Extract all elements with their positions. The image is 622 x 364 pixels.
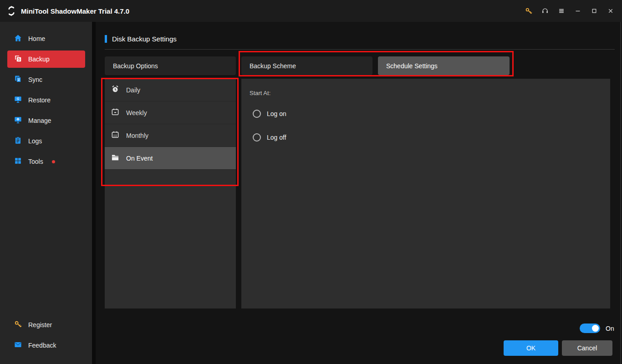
sidebar-footer: Register Feedback	[0, 316, 92, 357]
sidebar-item-register[interactable]: Register	[7, 316, 85, 334]
sidebar-item-feedback[interactable]: Feedback	[7, 337, 85, 354]
tab-backup-options[interactable]: Backup Options	[105, 56, 236, 75]
radio-circle-icon[interactable]	[253, 110, 261, 118]
titlebar: MiniTool ShadowMaker Trial 4.7.0	[0, 0, 622, 22]
sidebar: Home Backup	[0, 22, 92, 364]
sidebar-item-label: Feedback	[28, 342, 56, 349]
sidebar-nav: Home Backup	[0, 22, 92, 170]
calendar-week-icon	[111, 107, 120, 118]
sidebar-item-sync[interactable]: Sync	[7, 71, 85, 88]
ok-button-label: OK	[526, 344, 535, 352]
logs-icon	[14, 136, 22, 146]
main-content: Disk Backup Settings Backup Options Back…	[96, 22, 622, 364]
sidebar-item-home[interactable]: Home	[7, 30, 85, 47]
page-header: Disk Backup Settings	[105, 35, 177, 43]
minimize-button[interactable]	[571, 4, 585, 18]
schedule-type-weekly[interactable]: Weekly	[105, 101, 236, 124]
schedule-type-list: Daily Weekly	[105, 79, 236, 308]
calendar-month-icon	[111, 130, 120, 141]
sidebar-item-label: Sync	[28, 76, 42, 83]
sidebar-item-backup[interactable]: Backup	[7, 51, 85, 68]
radio-label: Log off	[267, 134, 286, 141]
app-logo-icon	[5, 5, 17, 17]
schedule-type-label: Weekly	[126, 109, 147, 116]
sidebar-item-label: Home	[28, 35, 45, 42]
sidebar-item-label: Logs	[28, 137, 42, 145]
radio-log-on[interactable]: Log on	[253, 110, 286, 118]
sidebar-item-label: Register	[28, 321, 52, 329]
tab-backup-scheme[interactable]: Backup Scheme	[241, 56, 372, 75]
schedule-type-label: Daily	[126, 86, 140, 94]
menu-icon[interactable]	[555, 4, 568, 18]
start-at-label: Start At:	[250, 90, 270, 96]
schedule-type-label: Monthly	[126, 132, 148, 139]
sidebar-item-label: Tools	[28, 158, 43, 165]
cancel-button-label: Cancel	[577, 344, 597, 352]
window-title: MiniTool ShadowMaker Trial 4.7.0	[21, 7, 129, 15]
folder-icon	[111, 153, 120, 163]
radio-label: Log on	[267, 110, 286, 117]
sidebar-item-manage[interactable]: Manage	[7, 112, 85, 129]
tab-label: Backup Scheme	[250, 62, 296, 70]
radio-circle-icon[interactable]	[253, 133, 261, 142]
backup-icon	[14, 54, 22, 64]
scrollbar-track[interactable]	[620, 22, 621, 364]
cancel-button[interactable]: Cancel	[562, 340, 612, 356]
tab-label: Backup Options	[113, 62, 158, 70]
sidebar-item-tools[interactable]: Tools	[7, 153, 85, 170]
alarm-clock-icon	[111, 85, 120, 95]
sidebar-divider	[92, 22, 96, 364]
schedule-type-label: On Event	[126, 155, 153, 162]
title-accent-bar	[105, 35, 107, 43]
license-key-icon[interactable]	[522, 4, 535, 18]
toggle-state-label: On	[606, 325, 614, 332]
close-button[interactable]	[604, 4, 617, 18]
schedule-type-monthly[interactable]: Monthly	[105, 124, 236, 147]
app-window: MiniTool ShadowMaker Trial 4.7.0	[0, 0, 622, 364]
home-icon	[14, 34, 22, 44]
sidebar-item-logs[interactable]: Logs	[7, 132, 85, 150]
restore-icon	[14, 95, 22, 105]
sidebar-item-label: Restore	[28, 96, 51, 104]
tab-schedule-settings[interactable]: Schedule Settings	[378, 56, 510, 75]
sidebar-item-label: Backup	[28, 56, 50, 63]
toggle-knob	[592, 325, 599, 332]
maximize-button[interactable]	[587, 4, 601, 18]
schedule-type-daily[interactable]: Daily	[105, 79, 236, 101]
support-headset-icon[interactable]	[538, 4, 552, 18]
ok-button[interactable]: OK	[504, 340, 558, 356]
schedule-toggle-wrap: On	[580, 324, 614, 333]
manage-icon	[14, 116, 22, 126]
header-divider	[105, 49, 615, 50]
tab-label: Schedule Settings	[386, 62, 438, 70]
page-title: Disk Backup Settings	[112, 35, 177, 43]
tools-notification-dot	[52, 160, 55, 163]
titlebar-actions	[519, 4, 617, 18]
schedule-settings-panel: Start At: Log on Log off	[241, 79, 610, 308]
sidebar-item-restore[interactable]: Restore	[7, 91, 85, 109]
schedule-toggle[interactable]	[580, 324, 600, 333]
schedule-type-on-event[interactable]: On Event	[105, 147, 236, 170]
key-icon	[14, 320, 22, 330]
radio-log-off[interactable]: Log off	[253, 133, 286, 142]
sidebar-item-label: Manage	[28, 117, 51, 124]
sync-icon	[14, 75, 22, 85]
mail-icon	[14, 340, 22, 350]
tools-icon	[14, 157, 22, 167]
